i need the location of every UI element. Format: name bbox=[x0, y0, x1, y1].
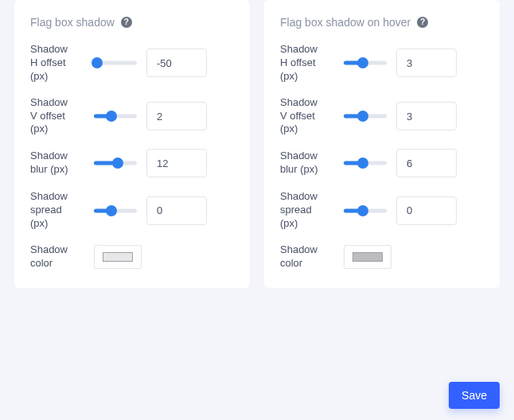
slider-v-offset[interactable] bbox=[344, 111, 387, 122]
row-spread: Shadow spread (px) bbox=[280, 190, 484, 231]
row-label: Shadow spread (px) bbox=[280, 190, 321, 231]
row-v-offset: Shadow V offset (px) bbox=[30, 96, 234, 137]
color-picker[interactable] bbox=[344, 245, 391, 269]
row-blur: Shadow blur (px) bbox=[280, 149, 484, 177]
row-h-offset: Shadow H offset (px) bbox=[280, 43, 484, 84]
help-icon[interactable]: ? bbox=[121, 17, 132, 28]
slider-spread[interactable] bbox=[94, 205, 137, 216]
slider-thumb[interactable] bbox=[357, 158, 368, 169]
input-h-offset[interactable] bbox=[146, 49, 207, 77]
row-label: Shadow H offset (px) bbox=[280, 43, 321, 84]
row-label: Shadow V offset (px) bbox=[30, 96, 72, 137]
help-icon[interactable]: ? bbox=[417, 17, 428, 28]
slider-h-offset[interactable] bbox=[94, 57, 137, 68]
slider-thumb[interactable] bbox=[106, 111, 117, 122]
slider-v-offset[interactable] bbox=[94, 111, 137, 122]
slider-h-offset[interactable] bbox=[344, 57, 387, 68]
color-picker[interactable] bbox=[94, 245, 142, 269]
input-h-offset[interactable] bbox=[396, 49, 457, 77]
slider-blur[interactable] bbox=[344, 158, 387, 169]
row-label: Shadow blur (px) bbox=[280, 150, 321, 177]
color-swatch bbox=[352, 252, 383, 262]
panel-flag-box-shadow-hover: Flag box shadow on hover ? Shadow H offs… bbox=[264, 0, 500, 288]
row-spread: Shadow spread (px) bbox=[30, 190, 234, 231]
slider-thumb[interactable] bbox=[112, 158, 123, 169]
panel-title-row: Flag box shadow on hover ? bbox=[280, 16, 484, 29]
slider-spread[interactable] bbox=[344, 205, 387, 216]
input-spread[interactable] bbox=[146, 196, 207, 225]
row-label: Shadow spread (px) bbox=[30, 190, 72, 231]
slider-thumb[interactable] bbox=[357, 57, 368, 68]
row-v-offset: Shadow V offset (px) bbox=[280, 96, 484, 137]
row-color: Shadow color bbox=[280, 243, 484, 270]
input-blur[interactable] bbox=[396, 149, 457, 177]
slider-thumb[interactable] bbox=[357, 205, 368, 216]
input-v-offset[interactable] bbox=[146, 102, 207, 130]
row-label: Shadow color bbox=[280, 243, 321, 270]
input-spread[interactable] bbox=[396, 196, 457, 225]
input-blur[interactable] bbox=[146, 149, 207, 177]
panel-title-row: Flag box shadow ? bbox=[30, 16, 234, 29]
slider-blur[interactable] bbox=[94, 158, 137, 169]
row-color: Shadow color bbox=[30, 243, 234, 270]
panel-title: Flag box shadow on hover bbox=[280, 16, 411, 29]
row-label: Shadow color bbox=[30, 243, 72, 270]
slider-thumb[interactable] bbox=[92, 57, 103, 68]
save-button[interactable]: Save bbox=[449, 382, 500, 409]
row-blur: Shadow blur (px) bbox=[30, 149, 234, 177]
input-v-offset[interactable] bbox=[396, 102, 457, 130]
row-label: Shadow H offset (px) bbox=[30, 43, 72, 84]
slider-thumb[interactable] bbox=[357, 111, 368, 122]
slider-thumb[interactable] bbox=[106, 205, 117, 216]
panel-title: Flag box shadow bbox=[30, 16, 115, 29]
panel-flag-box-shadow: Flag box shadow ? Shadow H offset (px) S… bbox=[14, 0, 250, 288]
row-label: Shadow V offset (px) bbox=[280, 96, 321, 137]
row-label: Shadow blur (px) bbox=[30, 150, 72, 177]
row-h-offset: Shadow H offset (px) bbox=[30, 43, 234, 84]
color-swatch bbox=[103, 252, 133, 262]
